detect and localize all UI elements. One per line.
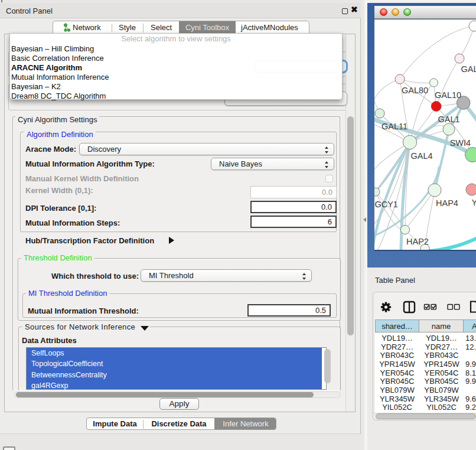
- svg-text:GAL2: GAL2: [461, 64, 476, 74]
- svg-text:GAL80: GAL80: [402, 86, 428, 95]
- svg-text:GAL11: GAL11: [382, 122, 407, 131]
- svg-text:HAP2: HAP2: [406, 237, 429, 246]
- svg-text:HAP4: HAP4: [436, 198, 458, 208]
- svg-text:GCY1: GCY1: [374, 200, 398, 209]
- svg-text:Y: Y: [472, 198, 476, 207]
- svg-text:GAL10: GAL10: [435, 90, 461, 100]
- svg-text:SWI4: SWI4: [450, 138, 471, 148]
- svg-text:GAL4: GAL4: [411, 151, 433, 161]
- svg-text:GAL1: GAL1: [438, 115, 460, 124]
